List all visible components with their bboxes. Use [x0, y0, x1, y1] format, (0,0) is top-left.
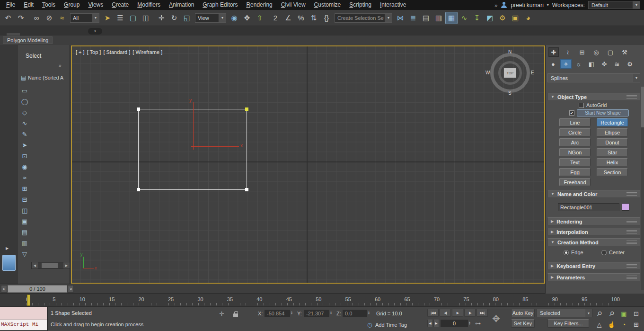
object-color-swatch[interactable]: [622, 203, 629, 211]
track-bar[interactable]: 0510152025303540455055606570758085909510…: [0, 294, 644, 307]
spinner-down-icon[interactable]: ▾: [330, 313, 332, 314]
select-by-name-icon[interactable]: ☰: [114, 12, 126, 24]
orbit-icon[interactable]: ◔: [618, 319, 630, 330]
use-pivot-point-icon[interactable]: ◉: [228, 12, 240, 24]
text-button[interactable]: Text: [559, 158, 591, 166]
egg-button[interactable]: Egg: [559, 168, 591, 176]
auto-key-button[interactable]: Auto Key: [511, 309, 535, 317]
z-coordinate-field[interactable]: [343, 310, 367, 317]
select-and-scale-icon[interactable]: ◱: [181, 12, 193, 24]
transform-gizmo-icon[interactable]: ✛: [219, 310, 224, 317]
ribbon-minimize-icon[interactable]: ▾: [88, 28, 102, 35]
current-frame-field[interactable]: [441, 320, 468, 327]
next-frame-icon[interactable]: |▶: [464, 309, 476, 317]
freehand-button[interactable]: Freehand: [559, 178, 591, 186]
viewcube-west[interactable]: W: [485, 70, 490, 75]
menu-item[interactable]: Edit: [19, 0, 38, 10]
grow-selection-icon[interactable]: ⊞: [20, 185, 29, 193]
viewport-menu[interactable]: [ Standard ]: [103, 49, 130, 55]
align-icon[interactable]: ≣: [407, 12, 419, 24]
modify-tab-icon[interactable]: ≀: [563, 47, 573, 57]
panel-scrollbar[interactable]: [641, 87, 644, 290]
render-setup-icon[interactable]: ⚙: [496, 12, 509, 24]
time-slider-handle[interactable]: 0 / 100: [8, 285, 67, 293]
play-icon[interactable]: ▶: [452, 309, 463, 317]
rollout-name-and-color[interactable]: ▼ Name and Color: [547, 190, 640, 198]
spinner-down-icon[interactable]: ▾: [469, 323, 470, 325]
rollout-keyboard-entry[interactable]: ▶ Keyboard Entry: [547, 262, 640, 270]
scroll-right-icon[interactable]: ▶: [63, 262, 70, 268]
rollout-object-type[interactable]: ▼ Object Type: [547, 93, 640, 101]
time-marker[interactable]: [27, 295, 30, 306]
zoom-region-icon[interactable]: ⊡: [630, 308, 642, 319]
workspace-select[interactable]: Default ▾: [588, 1, 640, 9]
display-tab-icon[interactable]: ▢: [605, 47, 616, 57]
snaps-toggle-icon[interactable]: 2: [269, 12, 282, 24]
next-frame-arrow[interactable]: >: [68, 285, 74, 293]
keyboard-override-icon[interactable]: ⇧: [254, 12, 266, 24]
viewport-top[interactable]: [ + ][ Top ][ Standard ][ Wireframe ] y …: [71, 45, 545, 284]
time-slider[interactable]: < 0 / 100 >: [0, 284, 545, 294]
named-selection-sets-icon[interactable]: {}: [320, 12, 333, 24]
undo-icon[interactable]: ↶: [2, 12, 14, 24]
schematic-view-icon[interactable]: ↧: [471, 12, 483, 24]
toolbar-overflow-chevron[interactable]: »: [494, 2, 497, 8]
angle-snap-icon[interactable]: ∠: [282, 12, 294, 24]
reference-coordinate-select[interactable]: View ▾: [195, 13, 226, 23]
select-and-manipulate-icon[interactable]: ✥: [241, 12, 253, 24]
menu-item[interactable]: Graph Editors: [198, 0, 242, 10]
previous-frame-arrow[interactable]: <: [1, 285, 7, 293]
paste-selection-icon[interactable]: ▥: [20, 239, 29, 247]
scrollbar-thumb[interactable]: [641, 87, 644, 127]
helpers-category-icon[interactable]: ✜: [599, 59, 610, 69]
create-tab-icon[interactable]: ✚: [548, 47, 559, 57]
go-to-start-icon[interactable]: |◀◀: [427, 309, 439, 317]
start-new-shape-checkbox[interactable]: ✔: [569, 110, 574, 116]
helix-button[interactable]: Helix: [597, 158, 628, 166]
select-and-rotate-icon[interactable]: ↻: [168, 12, 180, 24]
menu-item[interactable]: Create: [107, 0, 133, 10]
named-selection-set-select[interactable]: Create Selection Se ▾: [335, 13, 392, 23]
vertex-handle[interactable]: [245, 188, 248, 191]
rectangle-shape[interactable]: [138, 109, 247, 190]
selection-lock-icon[interactable]: [233, 313, 238, 317]
zoom-icon[interactable]: ⚲: [593, 308, 605, 319]
user-menu-caret-icon[interactable]: ▾: [547, 3, 549, 7]
rollout-creation-method[interactable]: ▼ Creation Method: [547, 238, 640, 246]
copy-selection-icon[interactable]: ▤: [20, 228, 29, 236]
menu-item[interactable]: Animation: [165, 0, 198, 10]
rollout-rendering[interactable]: ▶ Rendering: [547, 217, 640, 225]
viewport-menu[interactable]: [ + ]: [76, 49, 85, 55]
center-radio[interactable]: [601, 250, 607, 255]
section-button[interactable]: Section: [597, 168, 628, 176]
menu-item[interactable]: Rendering: [242, 0, 276, 10]
rectangular-select-region-icon[interactable]: ▭: [20, 87, 29, 95]
add-time-tag[interactable]: Add Time Tag: [375, 322, 407, 328]
geometry-category-icon[interactable]: ●: [547, 59, 559, 69]
menu-item[interactable]: File: [2, 0, 19, 10]
name-filter-icon[interactable]: ▤: [21, 74, 26, 81]
menu-item[interactable]: Customize: [310, 0, 345, 10]
select-similar-icon[interactable]: ≈: [20, 174, 29, 182]
systems-category-icon[interactable]: ⚙: [624, 59, 635, 69]
menu-item[interactable]: Scripting: [345, 0, 376, 10]
time-tag-clock-icon[interactable]: ◷: [367, 322, 372, 328]
lasso-select-region-icon[interactable]: ∿: [20, 119, 29, 127]
key-selection-select[interactable]: Selected ▾: [537, 309, 592, 317]
percent-snap-icon[interactable]: %: [295, 12, 307, 24]
rectangular-selection-region-icon[interactable]: ▢: [127, 12, 139, 24]
utilities-tab-icon[interactable]: ⚒: [619, 47, 630, 57]
material-editor-icon[interactable]: ◩: [484, 12, 496, 24]
menu-item[interactable]: Civil View: [277, 0, 310, 10]
scene-explorer-icon[interactable]: ▤: [420, 12, 432, 24]
select-and-move-icon[interactable]: ✛: [155, 12, 168, 24]
frame-ruler[interactable]: 0510152025303540455055606570758085909510…: [26, 294, 620, 307]
cameras-category-icon[interactable]: ◧: [586, 59, 597, 69]
rendered-frame-icon[interactable]: ▣: [509, 12, 521, 24]
menu-item[interactable]: Group: [60, 0, 84, 10]
edge-radio[interactable]: [564, 250, 569, 255]
ribbon-panel-thumbnail[interactable]: [2, 255, 16, 271]
previous-key-icon[interactable]: ◀: [427, 320, 433, 327]
x-coordinate-field[interactable]: [265, 310, 290, 317]
line-button[interactable]: Line: [559, 118, 591, 126]
